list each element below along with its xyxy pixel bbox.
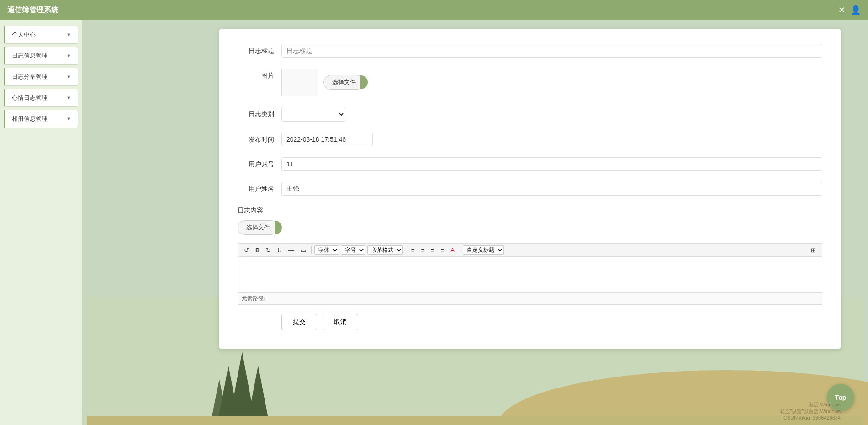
toolbar-divider-2 — [406, 246, 406, 254]
watermark: 激活 Windows 转至"设置"以激活 Windows CSDN @qq_33… — [780, 401, 841, 420]
header: 通信簿管理系统 ✕ 👤 — [0, 0, 868, 20]
custom-label-select[interactable]: 自定义标题 — [463, 245, 504, 255]
undo-btn[interactable]: ↺ — [242, 246, 251, 255]
editor-footer: 元素路径: — [238, 293, 822, 305]
font-family-select[interactable]: 字体 — [314, 245, 339, 255]
font-size-select[interactable]: 字号 — [341, 245, 365, 255]
publish-time-input[interactable] — [281, 133, 373, 146]
content-file-upload-button[interactable]: 选择文件 — [238, 220, 279, 235]
align-justify-btn[interactable]: ≡ — [439, 246, 447, 255]
layout: 个人中心 ▼ 日志信息管理 ▼ 日志分享管理 ▼ 心情日志管理 ▼ 相册信息管理… — [0, 20, 868, 425]
image-label: 图片 — [238, 69, 274, 80]
cancel-button[interactable]: 取消 — [323, 314, 358, 330]
sidebar-item-mood-diary[interactable]: 心情日志管理 ▼ — [4, 89, 78, 107]
sidebar-item-personal-center[interactable]: 个人中心 ▼ — [4, 26, 78, 44]
category-label: 日志类别 — [238, 107, 274, 118]
chevron-down-icon: ▼ — [66, 95, 71, 101]
align-left-btn[interactable]: ≡ — [409, 246, 417, 255]
chevron-down-icon: ▼ — [66, 116, 71, 122]
header-icons: ✕ 👤 — [838, 0, 861, 20]
sidebar-item-label: 心情日志管理 — [12, 94, 48, 102]
content-label: 日志内容 — [238, 207, 822, 215]
image-preview — [281, 69, 318, 96]
chevron-down-icon: ▼ — [66, 32, 71, 37]
image-upload-button[interactable]: 选择文件 — [323, 75, 365, 90]
align-center-btn[interactable]: ≡ — [418, 246, 427, 255]
content-section: 日志内容 选择文件 ↺ B ↻ U — ▭ 字体 字 — [238, 207, 822, 305]
form-card: 日志标题 图片 选择文件 日志类别 工作 生活 学习 其他 — [219, 29, 841, 349]
editor-toolbar: ↺ B ↻ U — ▭ 字体 字号 段落格式 — [238, 243, 822, 256]
user-account-label: 用户账号 — [238, 157, 274, 169]
redo-btn[interactable]: ↻ — [264, 246, 273, 255]
user-name-input[interactable] — [281, 182, 822, 196]
sidebar-item-album-info[interactable]: 相册信息管理 ▼ — [4, 110, 78, 128]
publish-time-label: 发布时间 — [238, 133, 274, 144]
bold-btn[interactable]: B — [253, 246, 262, 255]
sidebar: 个人中心 ▼ 日志信息管理 ▼ 日志分享管理 ▼ 心情日志管理 ▼ 相册信息管理… — [0, 20, 82, 425]
title-label: 日志标题 — [238, 44, 274, 55]
box-btn[interactable]: ▭ — [298, 246, 308, 255]
font-color-btn[interactable]: A — [448, 246, 457, 255]
form-row-title: 日志标题 — [238, 44, 822, 58]
sidebar-item-diary-info[interactable]: 日志信息管理 ▼ — [4, 47, 78, 65]
form-row-user-name: 用户姓名 — [238, 182, 822, 196]
image-upload-area: 选择文件 — [281, 69, 365, 96]
form-actions: 提交 取消 — [238, 314, 822, 330]
underline-btn[interactable]: U — [275, 246, 284, 255]
paragraph-select[interactable]: 段落格式 — [367, 245, 403, 255]
sidebar-item-diary-share[interactable]: 日志分享管理 ▼ — [4, 68, 78, 86]
grid-icon-btn[interactable]: ⊞ — [809, 246, 818, 255]
submit-button[interactable]: 提交 — [281, 314, 317, 330]
sidebar-item-label: 日志分享管理 — [12, 73, 48, 81]
form-row-category: 日志类别 工作 生活 学习 其他 — [238, 107, 822, 122]
toolbar-divider — [311, 246, 312, 254]
sidebar-item-label: 日志信息管理 — [12, 52, 48, 60]
form-row-publish-time: 发布时间 — [238, 133, 822, 146]
dash-btn[interactable]: — — [286, 246, 296, 255]
chevron-down-icon: ▼ — [66, 53, 71, 58]
user-icon[interactable]: 👤 — [851, 5, 861, 15]
user-name-label: 用户姓名 — [238, 182, 274, 193]
chevron-down-icon: ▼ — [66, 74, 71, 80]
close-icon[interactable]: ✕ — [838, 5, 845, 15]
category-select[interactable]: 工作 生活 学习 其他 — [281, 107, 345, 122]
title-input[interactable] — [281, 44, 822, 58]
sidebar-item-label: 个人中心 — [12, 31, 36, 39]
sidebar-item-label: 相册信息管理 — [12, 115, 48, 123]
align-right-btn[interactable]: ≡ — [429, 246, 437, 255]
form-row-user-account: 用户账号 — [238, 157, 822, 171]
toolbar-divider-3 — [460, 246, 460, 254]
svg-rect-6 — [87, 416, 863, 425]
form-row-image: 图片 选择文件 — [238, 69, 822, 96]
app-title: 通信簿管理系统 — [7, 5, 58, 15]
editor-body[interactable] — [238, 256, 822, 293]
user-account-input[interactable] — [281, 157, 822, 171]
main-content: 日志标题 图片 选择文件 日志类别 工作 生活 学习 其他 — [82, 20, 868, 425]
